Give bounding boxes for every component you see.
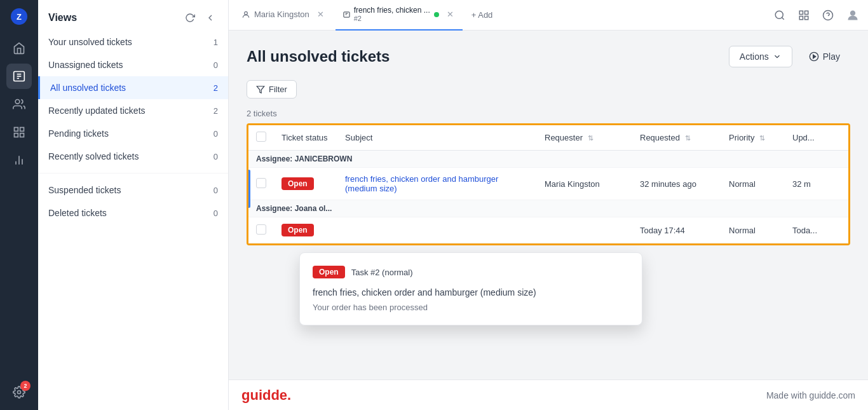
th-status[interactable]: Ticket status [274, 125, 337, 151]
svg-rect-7 [15, 128, 18, 132]
sidebar-item-label: Unassigned tickets [48, 60, 123, 70]
row1-subject-cell: french fries, chicken order and hamburge… [337, 168, 537, 200]
actions-button[interactable]: Actions [729, 46, 792, 67]
tab-add-button[interactable]: + Add [465, 6, 499, 24]
row2-status-badge: Open [281, 224, 314, 236]
svg-rect-10 [20, 133, 24, 137]
sidebar-item-unassigned[interactable]: Unassigned tickets 0 [38, 53, 228, 76]
svg-rect-8 [20, 128, 24, 132]
th-priority[interactable]: Priority ⇅ [721, 125, 785, 151]
user-icon [241, 10, 250, 19]
sidebar-item-label: Your unsolved tickets [48, 37, 132, 47]
sidebar-item-label: Pending tickets [48, 128, 109, 139]
row2-updated-cell: Toda... [785, 217, 848, 243]
th-subject[interactable]: Subject [337, 125, 537, 151]
actions-label: Actions [740, 51, 769, 62]
sidebar-item-pending[interactable]: Pending tickets 0 [38, 122, 228, 145]
search-icon [774, 10, 785, 21]
sidebar-item-count: 0 [214, 186, 218, 195]
svg-point-6 [15, 100, 20, 104]
row1-checkbox[interactable] [256, 178, 266, 188]
th-priority-label: Priority [729, 133, 754, 142]
sidebar-item-all-unsolved[interactable]: All unsolved tickets 2 [38, 76, 228, 99]
search-button[interactable] [770, 6, 789, 25]
row2-checkbox[interactable] [256, 224, 266, 235]
nav-reports[interactable] [6, 147, 32, 173]
nav-home[interactable] [6, 36, 32, 61]
svg-rect-22 [805, 11, 808, 14]
assignee-label: Assignee: [256, 204, 295, 213]
th-updated[interactable]: Upd... [785, 125, 848, 151]
svg-rect-24 [805, 16, 808, 19]
tickets-table-wrapper: Ticket status Subject Requester ⇅ Reques… [247, 123, 850, 245]
play-button[interactable]: Play [799, 46, 850, 67]
assignee-row-1: Assignee: JANICEBROWN [248, 151, 848, 168]
sidebar-item-your-unsolved[interactable]: Your unsolved tickets 1 [38, 31, 228, 53]
tab-ticket-sub: #2 [354, 15, 430, 23]
th-requester[interactable]: Requester ⇅ [537, 125, 632, 151]
table-row-2[interactable]: Open Today 17:44 Normal Toda... [248, 217, 848, 243]
assignee-cell-2: Assignee: Joana ol... [248, 200, 848, 217]
ticket-popup: Open Task #2 (normal) french fries, chic… [299, 252, 642, 325]
nav-settings[interactable]: 2 [6, 379, 32, 405]
sidebar-item-count: 0 [214, 129, 218, 139]
sidebar-item-label: All unsolved tickets [50, 83, 126, 93]
profile-button[interactable] [843, 5, 863, 25]
help-button[interactable] [818, 6, 837, 25]
assignee-label: Assignee: [256, 154, 295, 163]
svg-point-27 [850, 10, 855, 15]
tab-user[interactable]: Maria Kingston ✕ [234, 0, 333, 31]
play-icon [809, 51, 819, 62]
page-header: All unsolved tickets Actions Play [247, 46, 850, 67]
refresh-button[interactable] [182, 10, 198, 25]
guidde-logo: guidde. [241, 387, 291, 404]
nav-tickets[interactable] [6, 64, 32, 89]
table-row-1[interactable]: Open french fries, chicken order and ham… [248, 168, 848, 200]
requester-sort-icon: ⇅ [588, 134, 593, 142]
sidebar-item-suspended[interactable]: Suspended tickets 0 [38, 179, 228, 202]
sidebar-item-recently-updated[interactable]: Recently updated tickets 2 [38, 99, 228, 122]
row2-requested-cell: Today 17:44 [632, 217, 721, 243]
row1-requested-cell: 32 minutes ago [632, 168, 721, 200]
tab-user-close[interactable]: ✕ [316, 8, 325, 20]
sidebar-item-recently-solved[interactable]: Recently solved tickets 0 [38, 145, 228, 168]
filter-button[interactable]: Filter [247, 80, 297, 99]
tab-ticket[interactable]: french fries, chicken ... #2 ✕ [336, 0, 463, 31]
popup-task-label: Task #2 (normal) [351, 268, 413, 277]
grid-icon [798, 10, 810, 21]
row1-subject-link[interactable]: french fries, chicken order and hamburge… [345, 174, 498, 193]
sidebar-item-label: Deleted tickets [48, 208, 107, 218]
th-status-label: Ticket status [281, 133, 327, 142]
sidebar-header: Views [38, 0, 228, 31]
app-logo: Z [8, 5, 31, 28]
sidebar-item-deleted[interactable]: Deleted tickets 0 [38, 202, 228, 224]
page-actions: Actions Play [729, 46, 850, 67]
nav-contacts[interactable] [6, 92, 32, 117]
header-checkbox[interactable] [256, 132, 266, 142]
filter-icon [256, 85, 265, 94]
sidebar-item-count: 0 [214, 60, 218, 70]
svg-marker-30 [257, 86, 264, 93]
help-icon [822, 10, 834, 21]
grid-button[interactable] [794, 6, 813, 25]
th-checkbox [248, 125, 274, 151]
popup-header: Open Task #2 (normal) [313, 266, 629, 278]
row1-status-cell: Open [274, 168, 337, 200]
guidde-footer: guidde. Made with guidde.com [229, 379, 868, 410]
nav-apps[interactable] [6, 120, 32, 145]
sidebar-item-count: 2 [214, 106, 218, 116]
tab-user-label: Maria Kingston [254, 10, 309, 19]
chevron-down-icon [773, 52, 782, 61]
table-body: Assignee: JANICEBROWN Open [248, 151, 848, 243]
svg-point-14 [18, 391, 21, 394]
row1-checkbox-cell [248, 168, 274, 200]
assignee-name-2: Joana ol... [295, 204, 332, 213]
th-requested[interactable]: Requested ⇅ [632, 125, 721, 151]
svg-point-15 [245, 11, 248, 15]
tab-ticket-close[interactable]: ✕ [445, 8, 455, 20]
nav-rail: Z 2 [0, 0, 38, 410]
tabs-right [770, 5, 863, 25]
sidebar-item-count: 2 [214, 83, 218, 93]
collapse-sidebar-button[interactable] [203, 10, 218, 25]
ticket-icon [343, 10, 350, 19]
